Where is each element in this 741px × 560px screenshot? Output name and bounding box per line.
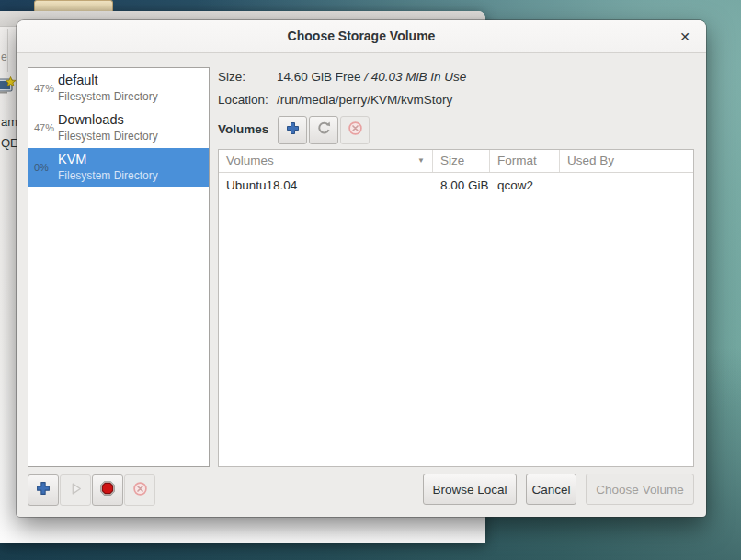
volumes-table: Volumes ▼ Size Format Used By Ubuntu18.0… [218,149,694,467]
column-header-volumes[interactable]: Volumes ▼ [219,150,433,172]
plus-icon [36,481,51,499]
volume-format-cell: qcow2 [490,178,560,192]
delete-circle-x-icon [348,120,363,140]
close-icon[interactable]: ✕ [671,20,699,52]
dialog-title: Choose Storage Volume [17,20,706,52]
column-header-size[interactable]: Size [433,150,490,172]
cancel-button[interactable]: Cancel [526,474,576,505]
pool-type: Filesystem Directory [58,90,158,103]
size-in-use-value: / 40.03 MiB In Use [364,70,466,84]
background-partial-text: QE [1,136,18,150]
location-label: Location: [218,93,268,107]
add-volume-button[interactable] [278,116,307,144]
sort-descending-icon: ▼ [417,150,425,172]
size-label: Size: [218,70,245,84]
start-pool-button[interactable] [60,474,91,506]
add-pool-button[interactable] [28,474,59,506]
location-value: /run/media/perry/KVM/kvmStory [277,93,452,107]
pool-usage-percent: 0% [34,162,49,173]
column-header-used-by[interactable]: Used By [560,150,693,172]
volume-size-cell: 8.00 GiB [433,178,490,192]
pool-name: KVM [58,152,86,166]
column-header-format[interactable]: Format [490,150,560,172]
choose-volume-button[interactable]: Choose Volume [586,474,694,505]
browse-local-button[interactable]: Browse Local [423,474,517,505]
volume-name-cell: Ubuntu18.04 [219,178,433,192]
pool-name: Downloads [58,112,124,127]
new-vm-monitor-star-icon [0,75,17,97]
delete-pool-button[interactable] [124,474,155,506]
size-free-value: 14.60 GiB Free [277,70,361,84]
refresh-volumes-button[interactable] [309,116,338,144]
volumes-section-label: Volumes [218,122,268,136]
refresh-icon [316,120,332,140]
pool-row-kvm[interactable]: 0% KVM Filesystem Directory [28,148,209,187]
dialog-titlebar[interactable]: Choose Storage Volume ✕ [17,20,706,53]
stop-icon [99,480,116,500]
plus-icon [286,121,300,139]
play-icon [69,482,83,499]
pool-type: Filesystem Directory [58,169,158,182]
pool-row-default[interactable]: 47% default Filesystem Directory [28,69,209,108]
pool-usage-percent: 47% [34,122,54,133]
storage-pool-list: 47% default Filesystem Directory 47% Dow… [28,67,210,467]
background-partial-text: am [1,115,17,129]
choose-storage-volume-dialog: Choose Storage Volume ✕ 47% default File… [17,20,706,517]
background-partial-text: e [1,51,7,63]
pool-row-downloads[interactable]: 47% Downloads Filesystem Directory [28,109,209,147]
divider [7,29,8,72]
volumes-table-header: Volumes ▼ Size Format Used By [219,150,693,173]
pool-usage-percent: 47% [34,83,54,94]
pool-name: default [58,73,98,87]
volume-row-ubuntu18-04[interactable]: Ubuntu18.04 8.00 GiB qcow2 [219,173,693,197]
pool-type: Filesystem Directory [58,130,158,143]
delete-circle-x-icon [132,481,148,500]
stop-pool-button[interactable] [92,474,123,506]
delete-volume-button[interactable] [340,116,370,144]
